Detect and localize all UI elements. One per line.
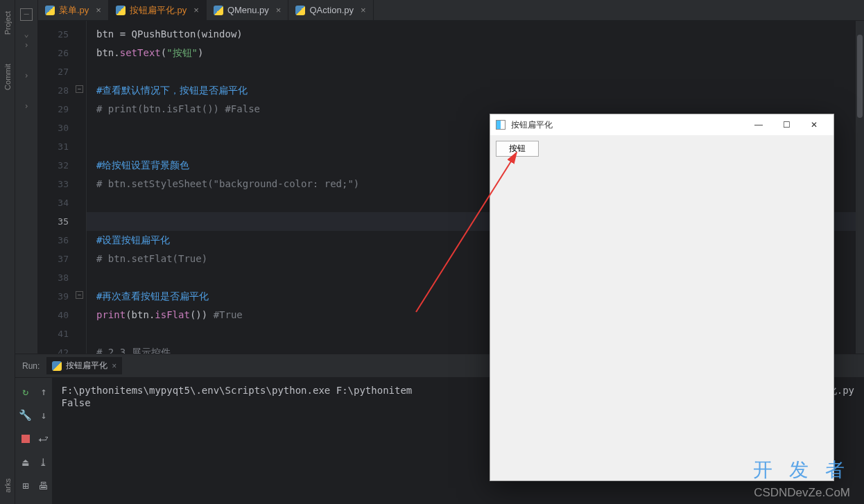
commit-tool-button[interactable]: Commit	[3, 60, 12, 94]
tab-label: 菜单.py	[59, 4, 89, 17]
editor-tabs: 菜单.py × 按钮扁平化.py × QMenu.py × QAction.py…	[38, 0, 864, 21]
line-number: 33	[38, 175, 86, 193]
python-file-icon	[45, 6, 55, 15]
line-number: 35	[38, 212, 86, 231]
tab-label: QAction.py	[309, 5, 354, 15]
chevron-right-icon[interactable]: ›	[15, 71, 37, 80]
line-number: 25	[38, 25, 86, 44]
tab-button-flatten-py[interactable]: 按钮扁平化.py ×	[109, 0, 207, 20]
left-tool-strip: Project Commit arks	[0, 0, 15, 504]
minimize-button[interactable]: —	[745, 115, 772, 134]
collapse-toggle-icon[interactable]: —	[20, 8, 33, 21]
line-number: 32	[38, 156, 86, 175]
code-line[interactable]	[87, 62, 864, 81]
line-number: 36	[38, 231, 86, 250]
rerun-icon[interactable]: ↻	[19, 385, 33, 399]
code-line[interactable]: #查看默认情况下，按钮是否扁平化	[87, 81, 864, 100]
code-line[interactable]: btn.setText("按钮")	[87, 44, 864, 62]
layout-icon[interactable]: ⊞	[19, 479, 33, 493]
maximize-button[interactable]: ☐	[772, 115, 800, 134]
window-controls: — ☐ ✕	[745, 115, 828, 134]
run-label: Run:	[22, 361, 40, 371]
bookmarks-tool-button[interactable]: arks	[3, 474, 12, 497]
wrench-icon[interactable]: 🔧	[19, 408, 33, 422]
close-icon[interactable]: ×	[112, 361, 116, 371]
stop-icon[interactable]	[19, 432, 33, 446]
code-line[interactable]: btn = QPushButton(window)	[87, 25, 864, 44]
line-number: 39−	[38, 287, 86, 306]
run-tools-column-2: ↑ ↓ ⮐ ⤓ 🖶	[35, 378, 51, 504]
line-number: 38	[38, 268, 86, 287]
chevron-right-icon[interactable]: ›	[15, 101, 37, 111]
down-arrow-icon[interactable]: ↓	[37, 408, 51, 422]
run-config-tab[interactable]: 按钮扁平化 ×	[46, 357, 122, 374]
project-panel-collapsed: — ⌄ › › ›	[15, 0, 38, 354]
window-title: 按钮扁平化	[511, 119, 553, 131]
run-tab-label: 按钮扁平化	[66, 360, 107, 372]
line-number: 37	[38, 250, 86, 268]
qt-push-button[interactable]: 按钮	[496, 141, 539, 157]
close-icon[interactable]: ×	[193, 5, 199, 15]
line-number-gutter: 25262728−2930313233343536373839−404142	[38, 21, 87, 354]
tab-qmenu-py[interactable]: QMenu.py ×	[207, 0, 289, 20]
python-file-icon	[52, 361, 62, 371]
window-app-icon	[496, 120, 506, 130]
line-number: 30	[38, 119, 86, 137]
line-number: 41	[38, 324, 86, 343]
line-number: 26	[38, 44, 86, 62]
line-number: 27	[38, 62, 86, 81]
chevron-right-icon[interactable]: ›	[15, 40, 37, 50]
watermark-text: 开 发 者	[753, 457, 850, 483]
line-number: 28−	[38, 81, 86, 100]
console-line: False	[62, 397, 91, 408]
line-number: 29	[38, 100, 86, 119]
soft-wrap-icon[interactable]: ⮐	[37, 432, 51, 446]
tab-menu-py[interactable]: 菜单.py ×	[38, 0, 109, 20]
line-number: 31	[38, 137, 86, 156]
project-tool-button[interactable]: Project	[3, 7, 12, 39]
line-number: 34	[38, 193, 86, 212]
qt-app-window[interactable]: 按钮扁平化 — ☐ ✕ 按钮	[490, 114, 834, 481]
print-icon[interactable]: 🖶	[37, 479, 51, 493]
vertical-scrollbar[interactable]	[856, 21, 864, 354]
close-icon[interactable]: ×	[96, 5, 101, 15]
run-tools-column-1: ↻ 🔧 ⏏ ⊞	[15, 378, 35, 504]
python-file-icon	[295, 6, 305, 15]
up-arrow-icon[interactable]: ↑	[37, 385, 51, 399]
watermark-text: CSDNDevZe.CoM	[754, 486, 850, 500]
python-file-icon	[214, 6, 223, 15]
close-icon[interactable]: ×	[276, 5, 282, 15]
fold-icon[interactable]: −	[76, 291, 83, 299]
tab-qaction-py[interactable]: QAction.py ×	[288, 0, 373, 20]
chevron-down-icon[interactable]: ⌄	[15, 29, 37, 39]
close-icon[interactable]: ×	[361, 5, 366, 15]
close-button[interactable]: ✕	[800, 115, 828, 134]
window-titlebar[interactable]: 按钮扁平化 — ☐ ✕	[490, 114, 833, 135]
scroll-to-end-icon[interactable]: ⤓	[37, 455, 51, 469]
scrollbar-thumb[interactable]	[857, 35, 863, 118]
exit-icon[interactable]: ⏏	[19, 455, 33, 469]
tab-label: 按钮扁平化.py	[130, 4, 187, 17]
line-number: 40	[38, 306, 86, 324]
tab-label: QMenu.py	[227, 5, 269, 15]
python-file-icon	[116, 6, 126, 15]
window-client-area: 按钮	[490, 135, 833, 162]
fold-icon[interactable]: −	[76, 85, 83, 93]
